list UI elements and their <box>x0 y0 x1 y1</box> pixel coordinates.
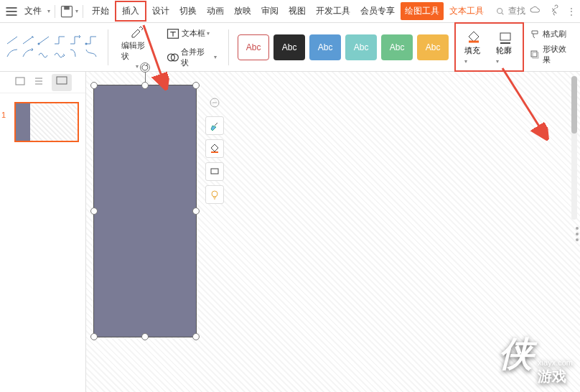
abc-style-2[interactable]: Abc <box>273 34 305 60</box>
tab-slideshow[interactable]: 放映 <box>230 2 256 20</box>
tab-animation[interactable]: 动画 <box>202 2 228 20</box>
slide-thumbnail-1[interactable] <box>14 102 79 142</box>
file-menu[interactable]: 文件 <box>20 2 46 20</box>
scroll-indicator <box>576 227 579 241</box>
tab-review[interactable]: 审阅 <box>257 2 283 20</box>
float-brush-button[interactable] <box>205 116 224 135</box>
divider <box>55 5 55 18</box>
line-shapes-grid[interactable] <box>6 35 99 60</box>
float-idea-button[interactable] <box>205 185 224 204</box>
svg-rect-11 <box>16 78 24 85</box>
search-box[interactable]: 查找 <box>495 5 525 17</box>
tab-member[interactable]: 会员专享 <box>356 2 399 20</box>
svg-point-3 <box>38 42 40 45</box>
annotation-arrow-2 <box>488 65 553 144</box>
resize-handle-se[interactable] <box>192 333 200 340</box>
share-icon[interactable] <box>548 4 560 18</box>
chevron-down-icon: ▾ <box>75 8 78 14</box>
resize-handle-ne[interactable] <box>192 82 200 89</box>
watermark: 侠 xiayx.com 游戏 <box>499 331 573 385</box>
slide-number: 1 <box>1 111 6 119</box>
scrollbar-thumb[interactable] <box>571 76 577 134</box>
outline-button[interactable]: 轮廓▾ <box>490 27 520 67</box>
shape-effects-button[interactable]: 形状效果 <box>530 44 574 65</box>
resize-handle-sw[interactable] <box>90 333 98 340</box>
svg-point-2 <box>497 8 502 13</box>
svg-rect-14 <box>211 169 218 174</box>
more-icon[interactable]: ⋮ <box>567 6 576 17</box>
svg-rect-9 <box>531 51 537 57</box>
selected-rectangle-shape[interactable] <box>93 85 197 337</box>
resize-handle-nw[interactable] <box>90 82 98 89</box>
divider <box>228 29 229 65</box>
floating-toolbar <box>205 93 224 204</box>
tab-developer[interactable]: 开发工具 <box>312 2 355 20</box>
slides-tab-icon[interactable] <box>14 75 26 90</box>
resize-handle-w[interactable] <box>90 207 98 215</box>
tab-view[interactable]: 视图 <box>284 2 310 20</box>
abc-style-1[interactable]: Abc <box>238 34 269 60</box>
svg-rect-10 <box>533 52 538 58</box>
slide-panel-tabs <box>0 72 85 93</box>
fill-button[interactable]: 填充▾ <box>459 27 489 67</box>
abc-style-3[interactable]: Abc <box>309 34 341 60</box>
svg-point-4 <box>85 42 88 45</box>
abc-style-6[interactable]: Abc <box>417 34 449 60</box>
shape-style-gallery[interactable]: Abc Abc Abc Abc Abc Abc <box>238 34 449 60</box>
tab-drawing-tools[interactable]: 绘图工具 <box>401 2 444 20</box>
float-outline-button[interactable] <box>205 162 224 181</box>
svg-point-15 <box>212 191 218 197</box>
annotation-arrow-1 <box>136 22 179 93</box>
svg-rect-8 <box>500 33 510 40</box>
abc-style-4[interactable]: Abc <box>345 34 377 60</box>
toolbar-right: 格式刷 形状效果 <box>530 29 574 65</box>
svg-rect-1 <box>64 6 70 9</box>
chevron-down-icon: ▾ <box>47 8 50 14</box>
menubar-right: ⋮ <box>530 4 576 18</box>
svg-rect-12 <box>57 77 67 84</box>
divider <box>83 5 83 18</box>
resize-handle-e[interactable] <box>192 207 200 215</box>
float-collapse-button[interactable] <box>205 93 224 112</box>
divider <box>108 29 108 65</box>
menubar: 文件 ▾ ▾ 开始 插入 设计 切换 动画 放映 审阅 视图 开发工具 会员专享… <box>0 0 580 23</box>
thumbnail-shape <box>16 103 30 141</box>
float-fill-button[interactable] <box>205 139 224 158</box>
format-painter-button[interactable]: 格式刷 <box>530 29 574 39</box>
search-icon <box>495 6 505 17</box>
vertical-scrollbar[interactable] <box>571 76 577 220</box>
outline-tab-icon[interactable] <box>33 75 45 90</box>
slide-panel: 1 <box>0 72 86 392</box>
tab-text-tools[interactable]: 文本工具 <box>445 2 488 20</box>
thumbnail-tab-icon[interactable] <box>52 74 72 91</box>
cloud-icon[interactable] <box>530 4 541 18</box>
tab-start[interactable]: 开始 <box>88 2 113 20</box>
hamburger-icon[interactable] <box>4 4 19 19</box>
tab-insert[interactable]: 插入 <box>115 1 146 22</box>
save-icon[interactable] <box>60 4 74 19</box>
tab-design[interactable]: 设计 <box>148 2 174 20</box>
resize-handle-s[interactable] <box>141 333 149 340</box>
abc-style-5[interactable]: Abc <box>381 34 413 60</box>
tab-transition[interactable]: 切换 <box>175 2 201 20</box>
